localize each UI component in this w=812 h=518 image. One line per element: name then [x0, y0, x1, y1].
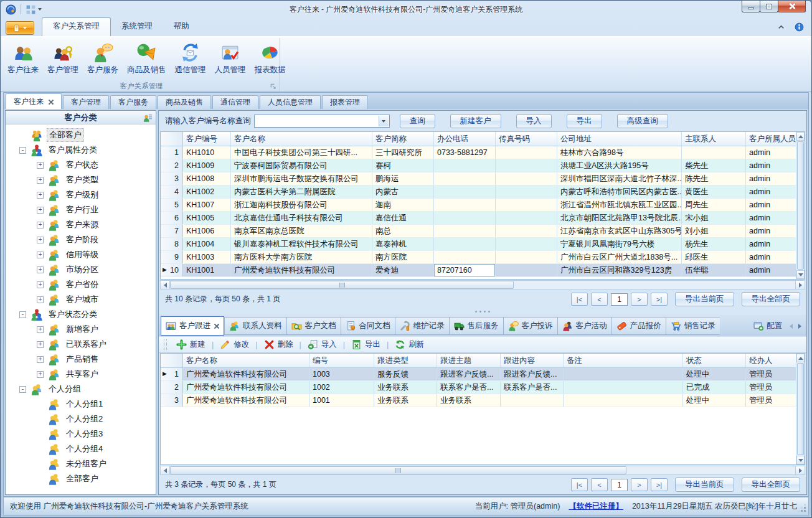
first-page-button[interactable]: |<: [571, 293, 588, 306]
expand-icon[interactable]: +: [37, 222, 44, 228]
table-row[interactable]: 7KH1006南京军区南京总医院南总江苏省南京市玄武区中山东路305号刘小姐ad…: [161, 225, 796, 238]
column-header-4[interactable]: 跟进内容: [501, 354, 564, 367]
ribbon-button-1[interactable]: 客户管理: [43, 40, 83, 77]
expand-icon[interactable]: +: [37, 326, 44, 333]
table-row[interactable]: 8KH1004银川嘉泰神机工程软件技术有限公司嘉泰神机宁夏银川凤凰南街79号六楼…: [161, 238, 796, 251]
expand-icon[interactable]: +: [37, 296, 44, 303]
tree-item-7[interactable]: +客户阶段: [6, 232, 156, 247]
menu-tab-2[interactable]: 帮助: [163, 17, 200, 36]
scroll-right-button[interactable]: [795, 281, 805, 289]
ribbon-button-5[interactable]: 人员管理: [210, 40, 250, 77]
scroll-down-button[interactable]: [796, 270, 805, 279]
scrollbar-thumb[interactable]: [170, 281, 514, 289]
expand-icon[interactable]: +: [37, 341, 44, 348]
table-row[interactable]: 9KH1003南方医科大学南方医院南方医院广州市白云区广州大道北1838号...…: [161, 251, 796, 264]
tree-item-20[interactable]: 个人分组3: [6, 426, 156, 441]
tree-item-0[interactable]: 全部客户: [6, 128, 156, 143]
doc-tab-4[interactable]: 通信管理: [212, 95, 258, 109]
tree-item-16[interactable]: +共享客户: [6, 367, 156, 382]
tree-item-19[interactable]: 个人分组2: [6, 412, 156, 426]
tree-item-22[interactable]: 未分组客户: [6, 456, 156, 471]
follow-up-grid-horizontal-scrollbar[interactable]: [160, 466, 805, 475]
column-header-1[interactable]: 客户名称: [231, 132, 372, 146]
maximize-button[interactable]: [760, 1, 778, 12]
tree-item-21[interactable]: 个人分组4: [6, 441, 156, 456]
table-row[interactable]: 4KH1002内蒙古医科大学第二附属医院内蒙古内蒙古呼和浩特市回民区内蒙古医..…: [161, 186, 796, 199]
table-row[interactable]: ▶10KH1001广州爱奇迪软件科技有限公司爱奇迪87207160广州市白云区同…: [161, 264, 796, 277]
tree-item-13[interactable]: +新增客户: [6, 322, 156, 337]
export-all-pages-button[interactable]: 导出全部页: [742, 292, 801, 306]
toolbar-grip[interactable]: [164, 339, 167, 350]
toolbar-button-5[interactable]: 刷新: [390, 339, 428, 350]
expand-icon[interactable]: +: [37, 252, 44, 258]
tree-item-3[interactable]: +客户类型: [6, 172, 156, 187]
column-header-4[interactable]: 传真号码: [496, 132, 557, 146]
expand-icon[interactable]: +: [37, 207, 44, 214]
help-info-icon[interactable]: [795, 22, 804, 32]
menu-tab-1[interactable]: 系统管理: [111, 17, 163, 36]
config-button[interactable]: 配置: [750, 321, 786, 331]
expand-icon[interactable]: +: [37, 371, 44, 378]
vertical-scrollbar[interactable]: [796, 354, 805, 464]
table-row[interactable]: 2KH1009宁波赛柯国际贸易有限公司赛柯洪塘工业A区洪大路195号柴先生adm…: [161, 159, 796, 172]
collapse-icon[interactable]: -: [19, 311, 26, 318]
doc-tab-5[interactable]: 人员信息管理: [260, 95, 321, 109]
quick-access-dropdown-icon[interactable]: [38, 8, 42, 11]
application-menu-button[interactable]: [6, 21, 34, 35]
page-number-input[interactable]: 1: [611, 479, 628, 491]
panel-splitter[interactable]: [159, 309, 806, 314]
column-header-7[interactable]: 经办人: [746, 354, 796, 367]
license-status-link[interactable]: 【软件已注册】: [569, 501, 623, 512]
scroll-up-button[interactable]: [796, 354, 805, 362]
ribbon-button-6[interactable]: 报表数据: [250, 40, 290, 77]
column-header-6[interactable]: 状态: [683, 354, 746, 367]
expand-icon[interactable]: +: [37, 192, 44, 199]
table-row[interactable]: 3广州爱奇迪软件科技有限公司1001业务联系业务联系处理中管理员: [161, 394, 796, 407]
next-page-button[interactable]: >: [631, 293, 648, 306]
column-header-5[interactable]: 公司地址: [557, 132, 682, 146]
collapse-icon[interactable]: -: [19, 386, 26, 393]
scroll-left-button[interactable]: [161, 281, 170, 289]
toolbar-button-2[interactable]: 删除: [260, 339, 298, 350]
tree-item-10[interactable]: +客户省份: [6, 277, 156, 292]
doc-tab-2[interactable]: 客户服务: [110, 95, 156, 109]
expand-icon[interactable]: +: [37, 266, 44, 273]
column-header-0[interactable]: 客户名称: [183, 354, 309, 367]
detail-tab-4[interactable]: 维护记录: [395, 317, 449, 335]
doc-tab-3[interactable]: 商品及销售: [158, 95, 211, 109]
detail-tab-7[interactable]: 客户活动: [557, 317, 611, 335]
scroll-down-button[interactable]: [796, 456, 805, 464]
quick-access-icon[interactable]: [26, 4, 36, 15]
toolbar-button-0[interactable]: 新建: [172, 339, 210, 350]
close-tab-icon[interactable]: [214, 323, 219, 329]
search-button-4[interactable]: 高级查询: [617, 114, 668, 128]
tree-item-14[interactable]: +已联系客户: [6, 337, 156, 352]
expand-icon[interactable]: +: [37, 237, 44, 243]
expand-icon[interactable]: +: [37, 281, 44, 288]
dialog-launcher-icon[interactable]: [270, 83, 277, 90]
quick-access-toolbar[interactable]: [26, 4, 42, 15]
tree-item-6[interactable]: +客户来源: [6, 217, 156, 232]
tree-item-11[interactable]: +客户城市: [6, 292, 156, 307]
collapse-ribbon-icon[interactable]: [777, 22, 786, 32]
scrollbar-thumb[interactable]: [797, 363, 804, 455]
ribbon-button-2[interactable]: 客户服务: [83, 40, 123, 77]
export-current-page-button[interactable]: 导出当前页: [675, 292, 734, 306]
last-page-button[interactable]: >|: [651, 478, 668, 491]
scrollbar-track[interactable]: [170, 466, 795, 474]
toolbar-button-3[interactable]: 导入: [303, 339, 341, 350]
expand-icon[interactable]: +: [37, 177, 44, 184]
doc-tab-0[interactable]: 客户往来: [6, 93, 62, 109]
scrollbar-thumb[interactable]: [797, 141, 804, 270]
tree-item-4[interactable]: +客户级别: [6, 187, 156, 202]
collapse-icon[interactable]: -: [19, 147, 26, 154]
scrollbar-thumb[interactable]: [170, 466, 626, 474]
detail-tab-5[interactable]: 售后服务: [449, 317, 503, 335]
tree-item-23[interactable]: 全部客户: [6, 471, 156, 486]
tree-item-1[interactable]: -客户属性分类: [6, 143, 156, 158]
column-header-1[interactable]: 编号: [309, 354, 374, 367]
ribbon-button-4[interactable]: 通信管理: [171, 40, 210, 77]
ribbon-button-0[interactable]: 客户往来: [3, 40, 43, 77]
detail-tab-3[interactable]: 合同文档: [341, 317, 395, 335]
table-row[interactable]: 5KH1007浙江迦南科技股份有限公司迦南浙江省温州市瓯北镇东瓯工业区园...周…: [161, 199, 796, 212]
